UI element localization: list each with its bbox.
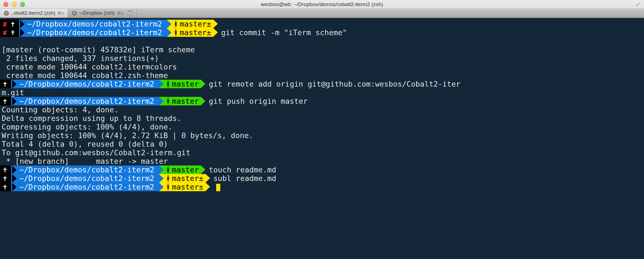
git-branch-icon: ᚼ bbox=[164, 183, 172, 191]
command-text[interactable]: touch readme.md bbox=[205, 165, 276, 174]
tab-bar: ✕ ..obalt2-iterm2 (zsh) ⌘1 ✕ ~/Dropbox (… bbox=[0, 9, 644, 18]
branch-label: master± bbox=[180, 28, 211, 37]
separator-icon bbox=[167, 20, 171, 28]
branch-segment: ᚼ master± bbox=[167, 28, 213, 37]
separator-icon bbox=[20, 29, 25, 37]
git-branch-icon: ᚼ bbox=[171, 20, 180, 28]
branch-label: master± bbox=[172, 174, 203, 183]
command-input[interactable] bbox=[210, 183, 220, 191]
prompt-row: ✘ ✝ ~/Dropbox/demos/cobalt2-iterm2 ᚼ mas… bbox=[0, 20, 644, 28]
path-text: ~/Dropbox/demos/cobalt2-iterm2 bbox=[17, 97, 157, 105]
branch-segment: ᚼ master± bbox=[167, 20, 213, 28]
separator-icon bbox=[159, 80, 164, 88]
command-text[interactable]: git commit -m "iTerm scheme" bbox=[218, 28, 347, 37]
path-segment: ~/Dropbox/demos/cobalt2-iterm2 bbox=[11, 165, 159, 174]
command-text[interactable]: git push origin master bbox=[205, 97, 308, 105]
tab-hotkey: ⌘1 bbox=[57, 11, 64, 16]
output-line bbox=[0, 37, 644, 45]
command-text[interactable]: subl readme.md bbox=[210, 174, 276, 183]
separator-icon bbox=[12, 80, 17, 88]
path-segment: ~/Dropbox/demos/cobalt2-iterm2 bbox=[11, 97, 159, 105]
sudo-icon: ✝ bbox=[1, 183, 9, 191]
separator-icon bbox=[213, 28, 218, 37]
output-line: create mode 100644 cobalt2.zsh-theme bbox=[0, 71, 644, 80]
branch-label: master± bbox=[180, 20, 211, 28]
path-text: ~/Dropbox/demos/cobalt2-iterm2 bbox=[17, 174, 157, 183]
sudo-icon: ✝ bbox=[1, 165, 9, 174]
git-branch-icon: ᚼ bbox=[171, 28, 180, 37]
path-segment: ~/Dropbox/demos/cobalt2-iterm2 bbox=[19, 20, 167, 28]
separator-icon bbox=[159, 183, 164, 191]
branch-segment: ᚼ master± bbox=[159, 174, 206, 183]
status-segment: ✝ bbox=[0, 80, 11, 88]
output-line: * [new branch] master -> master bbox=[0, 157, 644, 165]
path-segment: ~/Dropbox/demos/cobalt2-iterm2 bbox=[11, 80, 159, 88]
separator-icon bbox=[201, 165, 205, 174]
command-text[interactable] bbox=[218, 20, 221, 28]
tab-2[interactable]: ✕ ~/Dropbox (zsh) ⌘2 bbox=[68, 9, 137, 17]
separator-icon bbox=[12, 174, 17, 183]
separator-icon bbox=[206, 183, 210, 191]
git-branch-icon: ᚼ bbox=[164, 174, 172, 183]
status-segment: ✘ ✝ bbox=[0, 20, 19, 28]
title-bar[interactable]: wesbos@wb: ~/Dropbox/demos/cobalt2-iterm… bbox=[0, 0, 644, 9]
status-segment: ✘ ✝ bbox=[0, 28, 19, 37]
cursor-icon bbox=[216, 184, 220, 191]
sudo-icon: ✝ bbox=[9, 28, 17, 37]
output-line: Delta compression using up to 8 threads. bbox=[0, 114, 644, 123]
error-icon: ✘ bbox=[1, 20, 9, 28]
close-tab-icon[interactable]: ✕ bbox=[72, 11, 77, 16]
sudo-icon: ✝ bbox=[1, 97, 9, 105]
git-branch-icon: ᚼ bbox=[164, 165, 172, 174]
window-title: wesbos@wb: ~/Dropbox/demos/cobalt2-iterm… bbox=[0, 1, 644, 7]
path-text: ~/Dropbox/demos/cobalt2-iterm2 bbox=[17, 165, 157, 174]
prompt-row: ✝ ~/Dropbox/demos/cobalt2-iterm2 ᚼ maste… bbox=[0, 174, 644, 183]
sudo-icon: ✝ bbox=[9, 20, 17, 28]
separator-icon bbox=[213, 20, 218, 28]
spinner-icon bbox=[127, 11, 133, 16]
prompt-row: ✝ ~/Dropbox/demos/cobalt2-iterm2 ᚼ maste… bbox=[0, 97, 644, 105]
status-segment: ✝ bbox=[0, 97, 11, 105]
tab-label: ~/Dropbox (zsh) bbox=[79, 10, 115, 16]
window-zoom-button[interactable] bbox=[20, 2, 25, 7]
prompt-row: ✝ ~/Dropbox/demos/cobalt2-iterm2 ᚼ maste… bbox=[0, 165, 644, 174]
output-line: Writing objects: 100% (4/4), 2.72 KiB | … bbox=[0, 131, 644, 140]
separator-icon bbox=[167, 29, 171, 37]
tab-1[interactable]: ✕ ..obalt2-iterm2 (zsh) ⌘1 bbox=[0, 9, 68, 17]
terminal-viewport[interactable]: ✘ ✝ ~/Dropbox/demos/cobalt2-iterm2 ᚼ mas… bbox=[0, 18, 644, 191]
sudo-icon: ✝ bbox=[1, 80, 9, 88]
window-close-button[interactable] bbox=[3, 2, 8, 7]
separator-icon bbox=[20, 20, 25, 28]
output-line: create mode 100644 cobalt2.itermcolors bbox=[0, 63, 644, 71]
path-segment: ~/Dropbox/demos/cobalt2-iterm2 bbox=[11, 183, 159, 191]
close-tab-icon[interactable]: ✕ bbox=[4, 11, 9, 16]
branch-segment: ᚼ master bbox=[159, 165, 201, 174]
error-icon: ✘ bbox=[1, 28, 9, 37]
tab-hotkey: ⌘2 bbox=[117, 11, 123, 16]
command-text[interactable]: git remote add origin git@github.com:wes… bbox=[205, 80, 460, 88]
branch-segment: ᚼ master bbox=[159, 97, 201, 105]
path-text: ~/Dropbox/demos/cobalt2-iterm2 bbox=[17, 80, 157, 88]
path-text: ~/Dropbox/demos/cobalt2-iterm2 bbox=[25, 28, 165, 37]
prompt-row: ✝ ~/Dropbox/demos/cobalt2-iterm2 ᚼ maste… bbox=[0, 80, 644, 88]
fullscreen-icon[interactable]: ⤢ bbox=[636, 2, 641, 7]
path-segment: ~/Dropbox/demos/cobalt2-iterm2 bbox=[19, 28, 167, 37]
status-segment: ✝ bbox=[0, 165, 11, 174]
output-line: 2 files changed, 337 insertions(+) bbox=[0, 54, 644, 63]
tab-label: ..obalt2-iterm2 (zsh) bbox=[11, 10, 55, 16]
sudo-icon: ✝ bbox=[1, 174, 9, 183]
branch-label: master bbox=[172, 80, 199, 88]
git-branch-icon: ᚼ bbox=[164, 80, 172, 88]
branch-segment: ᚼ master± bbox=[159, 183, 206, 191]
output-line: [master (root-commit) 457832e] iTerm sch… bbox=[0, 45, 644, 54]
path-text: ~/Dropbox/demos/cobalt2-iterm2 bbox=[25, 20, 165, 28]
separator-icon bbox=[201, 97, 205, 105]
separator-icon bbox=[159, 174, 164, 183]
window-minimize-button[interactable] bbox=[12, 2, 17, 7]
separator-icon bbox=[159, 166, 164, 174]
separator-icon bbox=[206, 174, 210, 182]
separator-icon bbox=[12, 166, 17, 174]
window-chrome: wesbos@wb: ~/Dropbox/demos/cobalt2-iterm… bbox=[0, 0, 644, 18]
branch-label: master bbox=[172, 165, 199, 174]
branch-segment: ᚼ master bbox=[159, 80, 201, 88]
